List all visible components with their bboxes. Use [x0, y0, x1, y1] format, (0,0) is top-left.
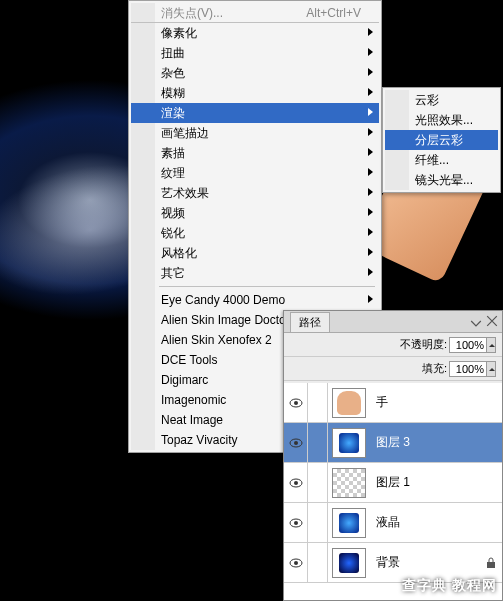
- watermark-text: 查字典 教程网: [402, 577, 497, 595]
- submenu-arrow-icon: [368, 48, 373, 56]
- menu-label: 模糊: [161, 86, 185, 100]
- visibility-eye-icon[interactable]: [284, 383, 308, 423]
- layers-panel[interactable]: 路径 不透明度: 100% 填充: 100% 手图层 3图层 1液晶背景: [283, 310, 503, 601]
- submenu-arrow-icon: [368, 148, 373, 156]
- link-column[interactable]: [308, 423, 328, 463]
- layer-name-label: 液晶: [376, 514, 400, 531]
- menu-separator: [159, 286, 375, 287]
- opacity-stepper[interactable]: [486, 337, 496, 353]
- visibility-eye-icon[interactable]: [284, 503, 308, 543]
- submenu-arrow-icon: [368, 168, 373, 176]
- filter-item-11[interactable]: 风格化: [131, 243, 379, 263]
- submenu-arrow-icon: [368, 88, 373, 96]
- render-item-2[interactable]: 分层云彩: [385, 130, 498, 150]
- render-item-1[interactable]: 光照效果...: [385, 110, 498, 130]
- filter-item-8[interactable]: 艺术效果: [131, 183, 379, 203]
- fill-row: 填充: 100%: [284, 357, 502, 381]
- render-submenu[interactable]: 云彩光照效果...分层云彩纤维...镜头光晕...: [382, 87, 501, 193]
- submenu-arrow-icon: [368, 68, 373, 76]
- submenu-arrow-icon: [368, 128, 373, 136]
- fill-value[interactable]: 100%: [449, 361, 487, 377]
- submenu-arrow-icon: [368, 188, 373, 196]
- layer-thumbnail[interactable]: [332, 388, 366, 418]
- layer-thumbnail[interactable]: [332, 428, 366, 458]
- submenu-arrow-icon: [368, 108, 373, 116]
- layer-row[interactable]: 手: [284, 383, 502, 423]
- menu-label: Alien Skin Xenofex 2: [161, 333, 272, 347]
- render-item-4[interactable]: 镜头光晕...: [385, 170, 498, 190]
- filter-item-2[interactable]: 杂色: [131, 63, 379, 83]
- menu-label: 视频: [161, 206, 185, 220]
- layer-thumbnail[interactable]: [332, 508, 366, 538]
- submenu-arrow-icon: [368, 208, 373, 216]
- menu-label: 风格化: [161, 246, 197, 260]
- menu-label: Imagenomic: [161, 393, 226, 407]
- menu-label: 其它: [161, 266, 185, 280]
- link-column[interactable]: [308, 383, 328, 423]
- filter-item-9[interactable]: 视频: [131, 203, 379, 223]
- submenu-arrow-icon: [368, 28, 373, 36]
- filter-item-1[interactable]: 扭曲: [131, 43, 379, 63]
- plugin-item-0[interactable]: Eye Candy 4000 Demo: [131, 290, 379, 310]
- svg-point-3: [294, 441, 298, 445]
- render-item-0[interactable]: 云彩: [385, 90, 498, 110]
- menu-label: 消失点(V)...: [161, 6, 223, 20]
- opacity-label: 不透明度:: [400, 337, 447, 352]
- link-column[interactable]: [308, 543, 328, 583]
- lock-icon: [486, 557, 496, 569]
- link-column[interactable]: [308, 503, 328, 543]
- menu-group-filters: 像素化扭曲杂色模糊渲染画笔描边素描纹理艺术效果视频锐化风格化其它: [131, 23, 379, 283]
- menu-label: 光照效果...: [415, 113, 473, 127]
- menu-label: 扭曲: [161, 46, 185, 60]
- visibility-eye-icon[interactable]: [284, 463, 308, 503]
- visibility-eye-icon[interactable]: [284, 423, 308, 463]
- layer-thumbnail[interactable]: [332, 468, 366, 498]
- menu-label: Eye Candy 4000 Demo: [161, 293, 285, 307]
- layer-row[interactable]: 液晶: [284, 503, 502, 543]
- menu-label: Neat Image: [161, 413, 223, 427]
- visibility-eye-icon[interactable]: [284, 543, 308, 583]
- menu-label: 杂色: [161, 66, 185, 80]
- layer-name-label: 图层 3: [376, 434, 410, 451]
- panel-menu-icon[interactable]: [470, 315, 482, 327]
- filter-item-10[interactable]: 锐化: [131, 223, 379, 243]
- filter-item-0[interactable]: 像素化: [131, 23, 379, 43]
- close-icon[interactable]: [486, 315, 498, 327]
- fill-stepper[interactable]: [486, 361, 496, 377]
- menu-label: Alien Skin Image Doctor: [161, 313, 290, 327]
- link-column[interactable]: [308, 463, 328, 503]
- submenu-arrow-icon: [368, 295, 373, 303]
- layer-list: 手图层 3图层 1液晶背景: [284, 383, 502, 600]
- render-item-3[interactable]: 纤维...: [385, 150, 498, 170]
- opacity-row: 不透明度: 100%: [284, 333, 502, 357]
- menu-label: 镜头光晕...: [415, 173, 473, 187]
- layer-name-label: 图层 1: [376, 474, 410, 491]
- filter-item-5[interactable]: 画笔描边: [131, 123, 379, 143]
- svg-point-9: [294, 561, 298, 565]
- filter-item-3[interactable]: 模糊: [131, 83, 379, 103]
- svg-point-1: [294, 401, 298, 405]
- opacity-value[interactable]: 100%: [449, 337, 487, 353]
- layer-thumbnail[interactable]: [332, 548, 366, 578]
- filter-item-6[interactable]: 素描: [131, 143, 379, 163]
- fill-label: 填充:: [422, 361, 447, 376]
- svg-point-5: [294, 481, 298, 485]
- menu-label: 云彩: [415, 93, 439, 107]
- svg-rect-10: [487, 562, 495, 568]
- layer-name-label: 手: [376, 394, 388, 411]
- menu-label: 锐化: [161, 226, 185, 240]
- tab-paths[interactable]: 路径: [290, 312, 330, 332]
- layer-row[interactable]: 图层 1: [284, 463, 502, 503]
- menu-shortcut: Alt+Ctrl+V: [306, 3, 361, 23]
- filter-item-7[interactable]: 纹理: [131, 163, 379, 183]
- filter-item-4[interactable]: 渲染: [131, 103, 379, 123]
- submenu-items: 云彩光照效果...分层云彩纤维...镜头光晕...: [385, 90, 498, 190]
- filter-item-12[interactable]: 其它: [131, 263, 379, 283]
- menu-label: 纹理: [161, 166, 185, 180]
- menu-label: 分层云彩: [415, 133, 463, 147]
- menu-label: DCE Tools: [161, 353, 217, 367]
- layer-row[interactable]: 图层 3: [284, 423, 502, 463]
- submenu-arrow-icon: [368, 228, 373, 236]
- menu-label: 像素化: [161, 26, 197, 40]
- menu-item-vanishing-point[interactable]: 消失点(V)... Alt+Ctrl+V: [131, 3, 379, 23]
